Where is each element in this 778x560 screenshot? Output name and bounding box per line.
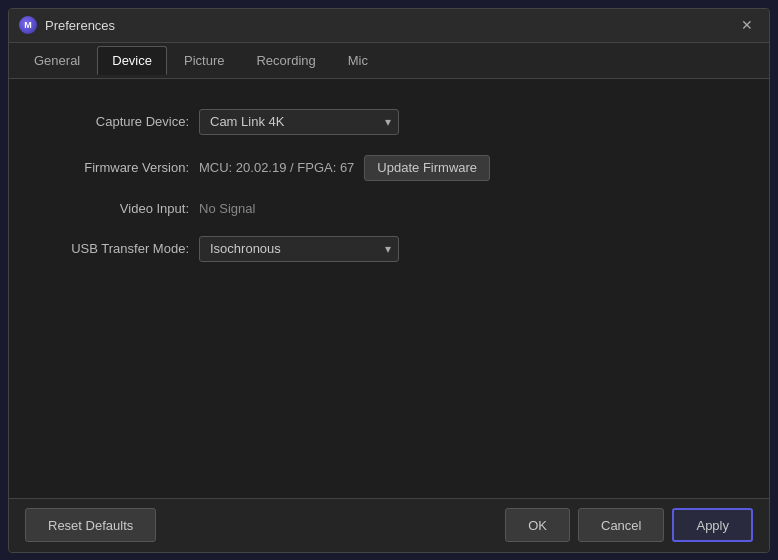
- tab-bar: General Device Picture Recording Mic: [9, 43, 769, 79]
- title-bar: M Preferences ✕: [9, 9, 769, 43]
- close-button[interactable]: ✕: [735, 15, 759, 35]
- capture-device-row: Capture Device: Cam Link 4K: [49, 109, 729, 135]
- window-title: Preferences: [45, 18, 115, 33]
- device-settings-content: Capture Device: Cam Link 4K Firmware Ver…: [9, 79, 769, 498]
- usb-transfer-select[interactable]: Isochronous: [199, 236, 399, 262]
- preferences-dialog: M Preferences ✕ General Device Picture R…: [8, 8, 770, 553]
- tab-device[interactable]: Device: [97, 46, 167, 75]
- footer-right: OK Cancel Apply: [505, 508, 753, 542]
- capture-device-select[interactable]: Cam Link 4K: [199, 109, 399, 135]
- tab-recording[interactable]: Recording: [241, 46, 330, 74]
- footer-left: Reset Defaults: [25, 508, 156, 542]
- capture-device-select-wrapper: Cam Link 4K: [199, 109, 399, 135]
- usb-transfer-label: USB Transfer Mode:: [49, 241, 189, 256]
- usb-transfer-select-wrapper: Isochronous: [199, 236, 399, 262]
- tab-general[interactable]: General: [19, 46, 95, 74]
- firmware-version-label: Firmware Version:: [49, 160, 189, 175]
- apply-button[interactable]: Apply: [672, 508, 753, 542]
- tab-mic[interactable]: Mic: [333, 46, 383, 74]
- reset-defaults-button[interactable]: Reset Defaults: [25, 508, 156, 542]
- video-input-value: No Signal: [199, 201, 255, 216]
- firmware-version-value: MCU: 20.02.19 / FPGA: 67: [199, 160, 354, 175]
- ok-button[interactable]: OK: [505, 508, 570, 542]
- dialog-footer: Reset Defaults OK Cancel Apply: [9, 498, 769, 552]
- cancel-button[interactable]: Cancel: [578, 508, 664, 542]
- capture-device-label: Capture Device:: [49, 114, 189, 129]
- firmware-version-row: Firmware Version: MCU: 20.02.19 / FPGA: …: [49, 155, 729, 181]
- title-bar-left: M Preferences: [19, 16, 115, 34]
- video-input-row: Video Input: No Signal: [49, 201, 729, 216]
- update-firmware-button[interactable]: Update Firmware: [364, 155, 490, 181]
- tab-picture[interactable]: Picture: [169, 46, 239, 74]
- app-icon: M: [19, 16, 37, 34]
- usb-transfer-row: USB Transfer Mode: Isochronous: [49, 236, 729, 262]
- video-input-label: Video Input:: [49, 201, 189, 216]
